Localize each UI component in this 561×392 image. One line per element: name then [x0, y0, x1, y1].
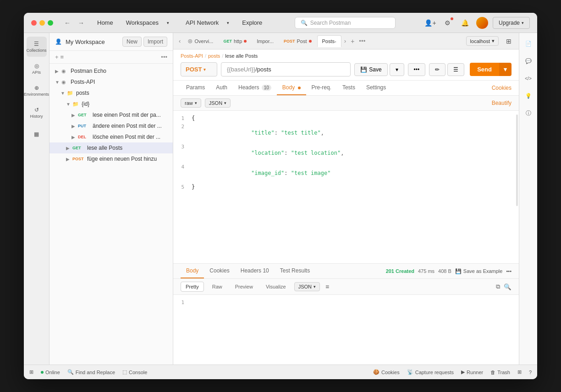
resp-view-raw[interactable]: Raw — [208, 282, 227, 291]
filter-btn[interactable]: ≡ — [60, 54, 64, 60]
notification-icon[interactable]: 🔔 — [459, 16, 472, 29]
console-btn[interactable]: ⬚ Console — [122, 369, 147, 375]
tab-get-http[interactable]: GET http — [219, 36, 251, 47]
tab-dirty-dot — [309, 40, 312, 43]
tab-posts-active[interactable]: Posts- — [317, 35, 341, 47]
back-button[interactable]: ← — [62, 18, 72, 27]
resp-tab-headers[interactable]: Headers 10 — [235, 264, 275, 278]
resp-tab-test-results[interactable]: Test Results — [275, 264, 315, 278]
request-post-new[interactable]: ▶ POST füge einen neuen Post hinzu — [50, 153, 173, 164]
minimize-button[interactable] — [39, 20, 45, 26]
tabs-prev-btn[interactable]: ‹ — [177, 36, 182, 46]
resp-view-visualize[interactable]: Visualize — [261, 282, 291, 291]
collection-postman-echo[interactable]: ▶ ◉ Postman Echo — [50, 65, 173, 76]
cookies-btn[interactable]: 🍪 Cookies — [373, 369, 400, 375]
add-collection-btn[interactable]: + — [55, 54, 59, 60]
trash-btn[interactable]: 🗑 Trash — [490, 370, 510, 375]
help-btn[interactable]: ? — [529, 370, 532, 375]
layout-toggle[interactable]: ⊞ — [29, 369, 33, 375]
tab-prereq[interactable]: Pre-req. — [306, 81, 337, 95]
sidebar-item-environments[interactable]: ⊕ Environments — [27, 81, 47, 101]
collection-posts-api[interactable]: ▼ ◉ Posts-API — [50, 76, 173, 87]
code-icon[interactable]: </> — [522, 71, 535, 85]
runner-btn[interactable]: ▶ Runner — [461, 369, 483, 375]
send-arrow-button[interactable]: ▾ — [499, 63, 512, 76]
maximize-button[interactable] — [48, 20, 53, 26]
save-button[interactable]: 💾 Save — [354, 63, 387, 76]
request-get-post-by-id[interactable]: ▶ GET lese einen Post mit der pa... — [50, 109, 173, 120]
sidebar-item-history[interactable]: ↺ History — [27, 103, 47, 123]
environment-select[interactable]: localhost ▾ — [466, 36, 499, 46]
resp-filter-icon[interactable]: ≡ — [325, 283, 329, 290]
capture-btn[interactable]: 📡 Capture requests — [407, 369, 454, 375]
editor-scrollbar[interactable] — [516, 114, 518, 206]
api-info-icon[interactable]: 📄 — [522, 37, 535, 50]
grid-btn[interactable]: ⊞ — [517, 369, 522, 375]
forward-button[interactable]: → — [76, 18, 86, 27]
new-tab-btn[interactable]: + — [349, 36, 356, 47]
search-box[interactable]: 🔍 Search Postman — [295, 17, 396, 29]
beautify-button[interactable]: Beautify — [492, 100, 512, 106]
request-del-post[interactable]: ▶ DEL lösche einen Post mit der ... — [50, 131, 173, 142]
method-select[interactable]: POST ▾ — [181, 62, 217, 76]
more-options-btn[interactable]: ••• — [161, 54, 167, 60]
sidebar-item-flows[interactable]: ▦ — [27, 125, 47, 145]
tab-tests[interactable]: Tests — [337, 81, 361, 95]
tab-import[interactable]: Impor... — [252, 36, 278, 47]
close-button[interactable] — [31, 20, 37, 26]
tab-settings[interactable]: Settings — [361, 81, 391, 95]
bulb-icon[interactable]: 💡 — [522, 89, 535, 103]
chevron-icon: ▼ — [55, 80, 61, 85]
tab-overview[interactable]: ◎ Overvi... — [183, 35, 218, 47]
resp-format-select[interactable]: JSON ▾ — [294, 282, 320, 291]
import-button[interactable]: Import — [143, 37, 167, 47]
comment-icon[interactable]: 💬 — [522, 54, 535, 68]
doc-icon[interactable]: ☰ — [447, 63, 464, 76]
breadcrumb-folder[interactable]: posts — [208, 53, 220, 59]
folder-id[interactable]: ▼ 📁 {id} — [50, 98, 173, 109]
resp-tab-cookies[interactable]: Cookies — [204, 264, 235, 278]
body-raw-select[interactable]: raw ▾ — [181, 98, 201, 108]
new-button[interactable]: New — [122, 37, 142, 47]
url-base: {{baseUrl}} — [227, 66, 255, 73]
breadcrumb-collection[interactable]: Posts-API — [181, 53, 203, 59]
save-example-button[interactable]: 💾 Save as Example — [455, 268, 503, 274]
invite-icon[interactable]: 👤+ — [424, 16, 437, 29]
settings-icon[interactable]: ⚙ — [441, 16, 454, 29]
resp-tab-body[interactable]: Body — [181, 264, 204, 278]
tab-headers[interactable]: Headers 10 — [233, 81, 277, 95]
tab-auth[interactable]: Auth — [210, 81, 233, 95]
request-put-post[interactable]: ▶ PUT ändere einen Post mit der ... — [50, 120, 173, 131]
environment-settings-icon[interactable]: ⊞ — [502, 35, 515, 48]
tab-params[interactable]: Params — [181, 81, 210, 95]
resp-copy-btn[interactable]: ⧉ — [496, 283, 500, 290]
save-arrow-btn[interactable]: ▾ — [390, 63, 404, 76]
sidebar-item-collections[interactable]: ☰ Collections — [27, 37, 47, 57]
api-network-menu-item[interactable]: API Network ▾ — [178, 16, 236, 30]
resp-view-preview[interactable]: Preview — [231, 282, 258, 291]
url-input[interactable]: {{baseUrl}}/posts — [221, 62, 351, 76]
resp-view-pretty[interactable]: Pretty — [181, 282, 204, 292]
resp-more-btn[interactable]: ••• — [506, 268, 512, 274]
sidebar-item-apis[interactable]: ◎ APIs — [27, 59, 47, 79]
resp-search-btn[interactable]: 🔍 — [504, 283, 512, 290]
send-button[interactable]: Send — [470, 63, 499, 76]
workspaces-menu-item[interactable]: Workspaces ▾ — [119, 16, 176, 30]
body-json-select[interactable]: JSON ▾ — [205, 98, 231, 108]
folder-posts[interactable]: ▼ 📁 posts — [50, 87, 173, 98]
more-options-btn[interactable]: ••• — [408, 63, 426, 76]
info-icon[interactable]: ⓘ — [522, 106, 535, 120]
tab-more-btn[interactable]: ••• — [357, 36, 367, 46]
explore-menu-item[interactable]: Explore — [238, 17, 266, 28]
tab-body[interactable]: Body — [277, 81, 306, 95]
avatar[interactable] — [476, 17, 488, 29]
home-menu-item[interactable]: Home — [94, 17, 117, 28]
upgrade-button[interactable]: Upgrade ▾ — [493, 17, 530, 29]
find-replace-btn[interactable]: 🔍 Find and Replace — [67, 369, 115, 375]
request-get-all-posts[interactable]: ▶ GET lese alle Posts — [50, 142, 173, 153]
code-editor[interactable]: 1 { 2 "title": "test title", 3 "location… — [173, 111, 519, 263]
tab-post-dot[interactable]: POST Post — [279, 36, 316, 47]
edit-icon[interactable]: ✏ — [429, 63, 446, 76]
tabs-next-btn[interactable]: › — [342, 36, 348, 46]
cookies-link[interactable]: Cookies — [492, 81, 512, 95]
